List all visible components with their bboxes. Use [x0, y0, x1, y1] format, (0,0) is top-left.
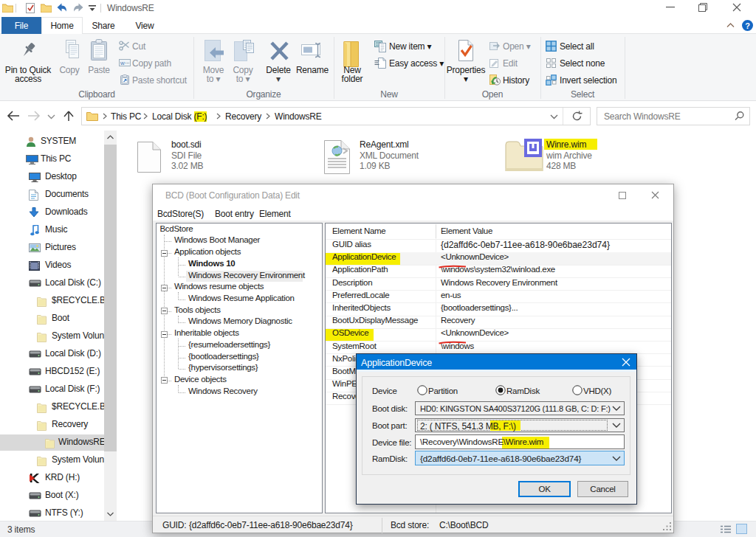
svg-text:w: w: [120, 60, 125, 66]
